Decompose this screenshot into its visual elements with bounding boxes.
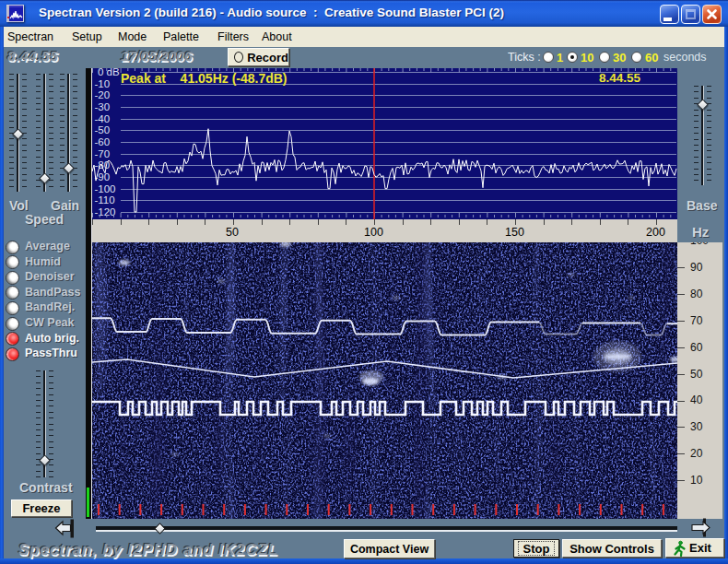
svg-text:-80: -80 xyxy=(95,159,111,170)
svg-text:-50: -50 xyxy=(95,124,111,135)
svg-text:0 dB: 0 dB xyxy=(98,68,120,77)
svg-text:-30: -30 xyxy=(95,101,111,112)
svg-text:-110: -110 xyxy=(95,194,115,206)
svg-text:Peak at 41.05Hz (-48.7dB): Peak at 41.05Hz (-48.7dB) xyxy=(121,71,288,86)
svg-text:-10: -10 xyxy=(95,78,111,89)
svg-text:-20: -20 xyxy=(95,89,111,100)
svg-text:-100: -100 xyxy=(95,183,116,194)
svg-text:-60: -60 xyxy=(95,136,111,147)
svg-text:-120: -120 xyxy=(95,206,116,217)
svg-text:-70: -70 xyxy=(95,148,111,159)
svg-text:8.44.55: 8.44.55 xyxy=(599,71,641,85)
svg-text:-40: -40 xyxy=(95,113,111,124)
